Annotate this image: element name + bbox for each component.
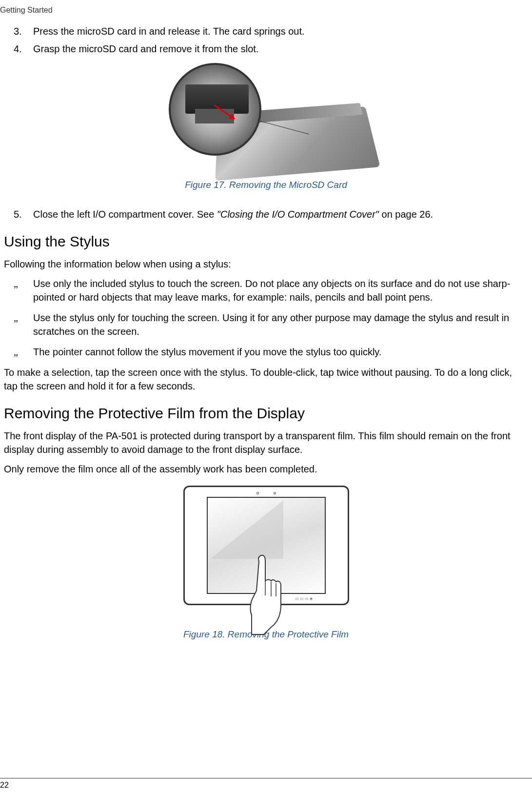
page-content: 3. Press the microSD card in and release… [0, 15, 532, 640]
figure-17-image [159, 63, 374, 175]
tablet-top-dots [256, 492, 276, 494]
figure-17-container: Figure 17. Removing the MicroSD Card [4, 63, 528, 190]
step5-link-ref: "Closing the I/O Compartment Cover" [217, 209, 379, 220]
film-p1: The front display of the PA-501 is prote… [4, 429, 528, 456]
step-text: Grasp the microSD card and remove it fro… [33, 42, 528, 56]
bullet-text: Use only the included stylus to touch th… [33, 277, 528, 304]
section-name: Getting Started [0, 6, 53, 14]
heading-using-stylus: Using the Stylus [4, 233, 528, 250]
figure-18-image: ▭▭▭◈ [164, 483, 369, 625]
tablet-logo: ▭▭▭◈ [295, 596, 314, 601]
step-text: Press the microSD card in and release it… [33, 24, 528, 38]
page-number: 22 [0, 781, 9, 789]
steps-list-top: 3. Press the microSD card in and release… [4, 15, 528, 56]
film-p2: Only remove the film once all of the ass… [4, 462, 528, 476]
bullet-icon: „ [14, 311, 33, 338]
step-4: 4. Grasp the microSD card and remove it … [14, 42, 528, 56]
film-triangle [210, 500, 283, 559]
figure-18-container: ▭▭▭◈ Figure 18. Removing the Protective … [4, 483, 528, 640]
list-item: „ The pointer cannot follow the stylus m… [14, 345, 528, 359]
magnifier-circle [169, 63, 261, 156]
bullet-icon: „ [14, 277, 33, 304]
sd-slot-detail [185, 84, 249, 114]
bullet-text: Use the stylus only for touching the scr… [33, 311, 528, 338]
step-number: 3. [14, 24, 33, 38]
stylus-bullet-list: „ Use only the included stylus to touch … [4, 277, 528, 359]
step-number: 5. [14, 207, 33, 221]
stylus-intro: Following the information below when usi… [4, 257, 528, 271]
page-header: Getting Started [0, 0, 532, 15]
bullet-text: The pointer cannot follow the stylus mov… [33, 345, 528, 359]
step5-after: on page 26. [379, 209, 433, 220]
hand-icon [237, 552, 296, 639]
step-number: 4. [14, 42, 33, 56]
step-3: 3. Press the microSD card in and release… [14, 24, 528, 38]
step5-before: Close the left I/O compartment cover. Se… [33, 209, 217, 220]
steps-list-5: 5. Close the left I/O compartment cover.… [4, 198, 528, 221]
stylus-outro: To make a selection, tap the screen once… [4, 366, 528, 393]
page-footer: 22 [0, 778, 532, 790]
step-text: Close the left I/O compartment cover. Se… [33, 207, 528, 221]
step-5: 5. Close the left I/O compartment cover.… [14, 207, 528, 221]
bullet-icon: „ [14, 345, 33, 359]
list-item: „ Use only the included stylus to touch … [14, 277, 528, 304]
list-item: „ Use the stylus only for touching the s… [14, 311, 528, 338]
heading-protective-film: Removing the Protective Film from the Di… [4, 405, 528, 422]
figure-17-caption: Figure 17. Removing the MicroSD Card [4, 180, 528, 190]
